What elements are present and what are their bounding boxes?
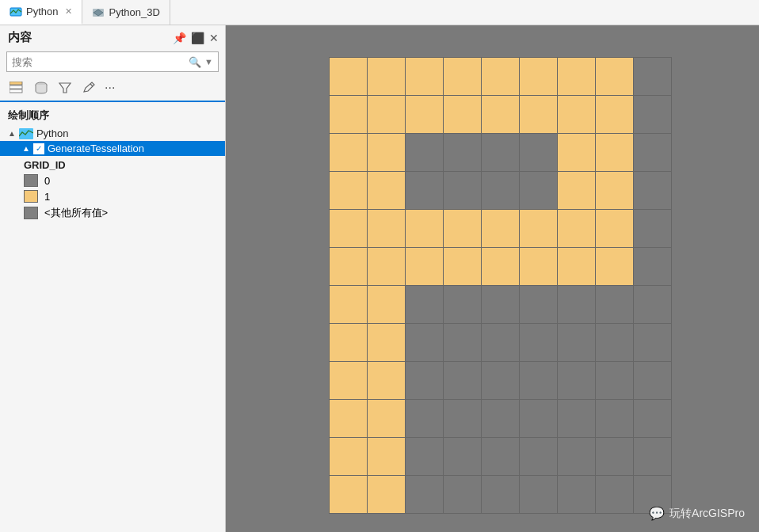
grid-cell — [330, 324, 368, 362]
grid-cell — [406, 286, 444, 324]
grid-cell — [520, 58, 558, 96]
panel-controls: 📌 ⬛ ✕ — [173, 32, 219, 44]
grid-cell — [482, 438, 520, 476]
layers-icon — [10, 82, 25, 94]
draw-order-label: 绘制顺序 — [0, 105, 225, 126]
map-name: Python — [36, 127, 68, 139]
grid-cell — [520, 172, 558, 210]
grid-cell — [368, 400, 406, 438]
grid-cell — [558, 96, 596, 134]
dock-icon[interactable]: ⬛ — [191, 32, 204, 44]
legend-field: GRID_ID — [8, 158, 217, 173]
grid-cell — [406, 400, 444, 438]
grid-cell — [558, 400, 596, 438]
grid-cell — [520, 438, 558, 476]
grid-cell — [406, 134, 444, 172]
watermark-text: 玩转ArcGISPro — [669, 507, 745, 521]
grid-cell — [406, 438, 444, 476]
grid-cell — [596, 96, 634, 134]
svg-line-8 — [90, 84, 93, 86]
grid-cell — [368, 248, 406, 286]
grid-cell — [330, 96, 368, 134]
grid-cell — [330, 248, 368, 286]
edit-toolbar-btn[interactable] — [78, 78, 100, 97]
grid-cell — [330, 438, 368, 476]
grid-cell — [444, 58, 482, 96]
close-panel-icon[interactable]: ✕ — [209, 32, 219, 44]
grid-cell — [520, 134, 558, 172]
grid-cell — [596, 324, 634, 362]
grid-container — [329, 57, 672, 514]
panel-title: 内容 — [8, 30, 32, 45]
grid-cell — [596, 210, 634, 248]
grid-cell — [558, 324, 596, 362]
grid-cell — [558, 286, 596, 324]
grid-cell — [406, 248, 444, 286]
scene-icon — [92, 6, 105, 19]
grid-cell — [444, 172, 482, 210]
legend-swatch-0 — [24, 174, 38, 187]
tree-item-layer[interactable]: ▲ ✓ GenerateTessellation — [0, 141, 225, 156]
svg-rect-5 — [10, 89, 22, 93]
tab-python3d[interactable]: Python_3D — [82, 0, 170, 25]
grid-cell — [558, 172, 596, 210]
map-area[interactable]: 💬 玩转ArcGISPro — [226, 25, 759, 532]
grid-cell — [330, 286, 368, 324]
svg-rect-3 — [10, 82, 22, 85]
map-arrow: ▲ — [8, 129, 16, 138]
tab-python3d-label: Python_3D — [109, 6, 159, 18]
more-icon[interactable]: ··· — [101, 81, 118, 95]
layer-tree: 绘制顺序 ▲ Python ▲ ✓ GenerateTessellation — [0, 102, 225, 532]
grid-cell — [596, 58, 634, 96]
filter-icon — [58, 81, 72, 95]
grid-cell — [330, 476, 368, 514]
grid-cell — [520, 248, 558, 286]
grid-cell — [596, 476, 634, 514]
search-dropdown-icon[interactable]: ▼ — [204, 57, 213, 66]
grid-cell — [330, 210, 368, 248]
filter-toolbar-btn[interactable] — [54, 78, 76, 97]
grid-cell — [368, 134, 406, 172]
grid-cell — [520, 286, 558, 324]
grid-cell — [482, 248, 520, 286]
grid-cell — [558, 58, 596, 96]
grid-cell — [634, 248, 672, 286]
grid-cell — [444, 438, 482, 476]
grid-cell — [482, 134, 520, 172]
grid-cell — [330, 172, 368, 210]
tree-item-map[interactable]: ▲ Python — [0, 126, 225, 141]
grid-cell — [368, 172, 406, 210]
svg-marker-7 — [59, 83, 71, 93]
grid-cell — [444, 476, 482, 514]
grid-cell — [444, 210, 482, 248]
layer-checkbox[interactable]: ✓ — [33, 143, 44, 154]
tab-python[interactable]: Python ✕ — [0, 0, 82, 25]
layers-toolbar-btn[interactable] — [6, 78, 29, 97]
grid-cell — [634, 400, 672, 438]
grid-cell — [406, 172, 444, 210]
grid-cell — [444, 400, 482, 438]
tab-python-close[interactable]: ✕ — [65, 6, 72, 17]
grid-cell — [368, 324, 406, 362]
grid-cell — [406, 476, 444, 514]
grid-cell — [482, 172, 520, 210]
database-toolbar-btn[interactable] — [30, 78, 52, 97]
legend-item-0[interactable]: 0 — [8, 173, 217, 188]
grid-cell — [482, 286, 520, 324]
search-bar: 🔍 ▼ — [6, 51, 219, 72]
pin-icon[interactable]: 📌 — [173, 32, 186, 44]
search-input[interactable] — [12, 56, 185, 68]
grid-cell — [558, 210, 596, 248]
grid-cell — [558, 362, 596, 400]
legend-item-1[interactable]: 1 — [8, 188, 217, 204]
grid-cell — [558, 248, 596, 286]
grid-cell — [596, 286, 634, 324]
legend-item-other[interactable]: <其他所有值> — [8, 204, 217, 222]
map-layer-icon — [19, 128, 33, 139]
grid-cell — [368, 286, 406, 324]
grid-cell — [520, 324, 558, 362]
tab-python-label: Python — [26, 6, 58, 17]
grid-cell — [330, 58, 368, 96]
grid-cell — [444, 286, 482, 324]
grid-cell — [634, 134, 672, 172]
